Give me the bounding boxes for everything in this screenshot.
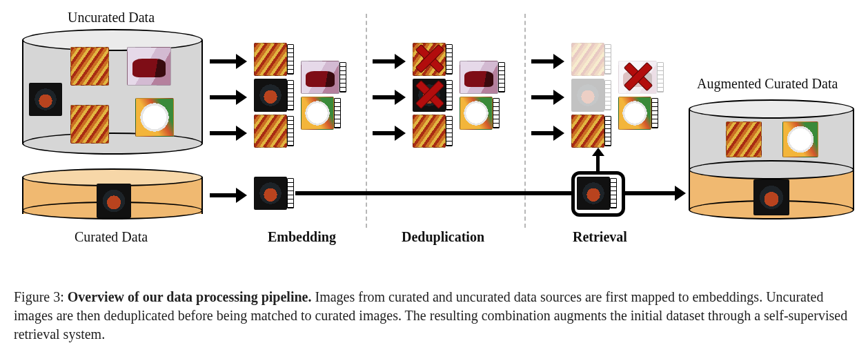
- embedding-vector: [604, 44, 611, 75]
- retrieval-sample-kept: [571, 115, 604, 148]
- uncurated-sample: [127, 47, 171, 86]
- embedding-vector: [651, 98, 658, 128]
- embedding-sample: [254, 115, 287, 148]
- embedding-vector: [610, 178, 617, 208]
- embedding-vector: [287, 116, 294, 146]
- stage-separator: [366, 14, 367, 228]
- uncurated-sample: [70, 105, 109, 144]
- label-augmented: Augmented Curated Data: [697, 76, 838, 92]
- figure-caption: Figure 3: Overview of our data processin…: [14, 288, 854, 344]
- caption-title: Overview of our data processing pipeline…: [68, 289, 312, 304]
- retrieval-sample-faded: [571, 43, 604, 76]
- embedding-vector: [498, 62, 505, 92]
- arrow-up: [596, 156, 600, 171]
- arrow-right: [373, 131, 396, 135]
- caption-prefix: Figure 3:: [14, 289, 68, 304]
- arrow-right: [210, 131, 237, 135]
- arrow-right: [373, 59, 396, 63]
- embedding-vector: [604, 116, 611, 146]
- arrow-right: [531, 59, 555, 63]
- embedding-vector: [287, 178, 294, 208]
- arrow-right: [373, 95, 396, 99]
- embedding-sample: [254, 43, 287, 76]
- embedding-vector: [604, 80, 611, 110]
- arrow-right: [531, 131, 555, 135]
- arrow-long-curated: [295, 191, 571, 195]
- label-curated: Curated Data: [75, 229, 148, 245]
- arrow-right: [210, 59, 237, 63]
- label-uncurated: Uncurated Data: [68, 10, 155, 26]
- uncurated-sample: [29, 83, 62, 116]
- uncurated-sample: [70, 47, 109, 86]
- figure-root: { "labels": { "uncurated": "Uncurated Da…: [0, 0, 868, 352]
- embedding-vector: [446, 44, 453, 75]
- stage-label-retrieval: Retrieval: [573, 229, 627, 245]
- embedding-vector: [446, 80, 453, 110]
- embedding-vector: [493, 98, 500, 128]
- arrow-right: [531, 95, 555, 99]
- dedup-sample: [460, 97, 493, 130]
- embedding-sample: [254, 79, 287, 112]
- augmented-sample: [726, 121, 762, 157]
- stage-label-embedding: Embedding: [268, 229, 336, 245]
- embedding-vector: [287, 44, 294, 75]
- dedup-sample: [460, 61, 498, 94]
- retrieval-sample-faded: [618, 61, 657, 94]
- retrieval-sample-faded: [571, 79, 604, 112]
- dedup-sample: [413, 115, 446, 148]
- dedup-sample: [413, 43, 446, 76]
- embedding-sample: [301, 97, 334, 130]
- augmented-sample: [782, 121, 818, 157]
- curated-sample: [97, 184, 131, 218]
- uncurated-sample: [135, 98, 174, 137]
- arrow-right: [210, 193, 237, 197]
- embedding-vector: [446, 116, 453, 146]
- retrieval-query-sample: [577, 177, 610, 210]
- embedding-sample-curated: [254, 177, 287, 210]
- embedding-vector: [339, 62, 346, 92]
- dedup-sample: [413, 79, 446, 112]
- embedding-vector: [287, 80, 294, 110]
- embedding-vector: [657, 62, 664, 92]
- stage-separator: [524, 14, 526, 228]
- embedding-vector: [334, 98, 341, 128]
- retrieval-sample-kept: [618, 97, 651, 130]
- augmented-sample: [753, 179, 789, 215]
- embedding-sample: [301, 61, 339, 94]
- stage-label-deduplication: Deduplication: [402, 229, 484, 245]
- arrow-right: [625, 191, 676, 195]
- arrow-right: [210, 95, 237, 99]
